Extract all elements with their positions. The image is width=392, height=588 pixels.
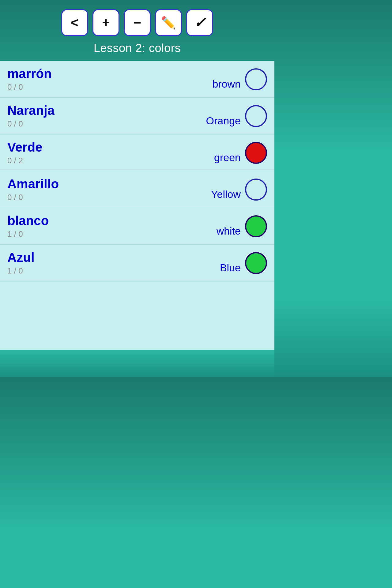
plus-icon: +: [102, 15, 110, 30]
word-translation: Orange: [206, 115, 241, 127]
word-score: 0 / 0: [7, 82, 240, 92]
list-item[interactable]: Naranja0 / 0Orange: [0, 98, 274, 134]
word-status-circle[interactable]: [245, 105, 267, 127]
word-score: 1 / 0: [7, 266, 240, 276]
word-score: 0 / 2: [7, 156, 240, 165]
word-status-circle[interactable]: [245, 179, 267, 201]
checkmark-icon: ✓: [194, 14, 206, 31]
back-icon: <: [71, 15, 79, 30]
word-foreign: Azul: [7, 250, 240, 265]
word-translation: brown: [212, 78, 241, 90]
toolbar: < + − ✏️ ✓: [61, 9, 213, 36]
word-translation: Blue: [220, 262, 241, 274]
word-score: 0 / 0: [7, 193, 240, 202]
word-translation: green: [214, 152, 241, 164]
edit-button[interactable]: ✏️: [155, 9, 182, 36]
word-foreign: Verde: [7, 140, 240, 155]
list-item[interactable]: Amarillo0 / 0Yellow: [0, 171, 274, 208]
add-button[interactable]: +: [92, 9, 119, 36]
word-list: marrón0 / 0brownNaranja0 / 0OrangeVerde0…: [0, 61, 274, 350]
footer: [0, 350, 274, 377]
word-translation: Yellow: [211, 188, 241, 200]
check-button[interactable]: ✓: [186, 9, 213, 36]
word-foreign: Amarillo: [7, 177, 240, 191]
word-score: 0 / 0: [7, 119, 240, 129]
word-status-circle[interactable]: [245, 252, 267, 274]
back-button[interactable]: <: [61, 9, 88, 36]
minus-button[interactable]: −: [124, 9, 151, 36]
minus-icon: −: [133, 15, 141, 30]
list-item[interactable]: Azul1 / 0Blue: [0, 245, 274, 281]
word-status-circle[interactable]: [245, 68, 267, 90]
word-foreign: marrón: [7, 66, 240, 81]
list-item[interactable]: marrón0 / 0brown: [0, 61, 274, 98]
list-item[interactable]: Verde0 / 2green: [0, 134, 274, 171]
header: < + − ✏️ ✓ Lesson 2: colors: [0, 0, 274, 61]
list-item[interactable]: blanco1 / 0white: [0, 208, 274, 245]
word-status-circle[interactable]: [245, 215, 267, 237]
word-foreign: Naranja: [7, 103, 240, 118]
pencil-icon: ✏️: [161, 16, 176, 30]
word-score: 1 / 0: [7, 229, 240, 239]
word-status-circle[interactable]: [245, 142, 267, 164]
word-translation: white: [217, 225, 241, 237]
word-foreign: blanco: [7, 213, 240, 228]
lesson-title: Lesson 2: colors: [94, 42, 181, 55]
